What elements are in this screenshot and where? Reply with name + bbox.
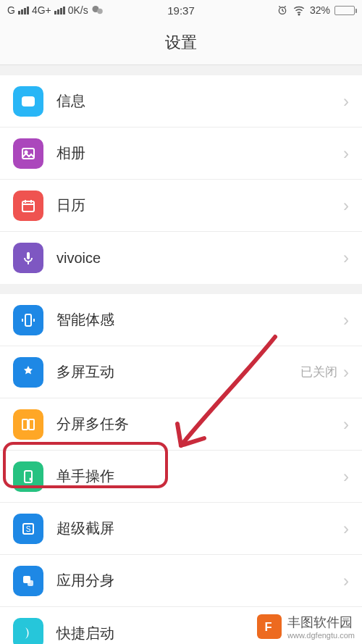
watermark-url: www.dgfengtu.com bbox=[287, 631, 355, 640]
item-messages[interactable]: 信息 › bbox=[0, 75, 362, 127]
item-onehand[interactable]: 单手操作 › bbox=[0, 451, 362, 503]
chevron-right-icon: › bbox=[343, 467, 349, 487]
chevron-right-icon: › bbox=[343, 362, 349, 382]
chevron-right-icon: › bbox=[343, 414, 349, 435]
net-speed: 0K/s bbox=[68, 4, 88, 16]
item-label: 信息 bbox=[56, 91, 343, 111]
status-right: 32% bbox=[277, 4, 355, 17]
battery-percent: 32% bbox=[310, 4, 330, 16]
item-label: vivoice bbox=[56, 250, 343, 267]
splitscreen-icon bbox=[13, 409, 43, 440]
item-screenshot[interactable]: S 超级截屏 › bbox=[0, 503, 362, 555]
svg-rect-4 bbox=[22, 96, 35, 106]
message-icon bbox=[13, 86, 43, 117]
watermark: F 丰图软件园 www.dgfengtu.com bbox=[250, 609, 362, 644]
settings-group-2: 智能体感 › 多屏互动 已关闭 › 分屏多任务 › 单手操作 › S 超级截屏 … bbox=[0, 294, 362, 644]
chevron-right-icon: › bbox=[343, 91, 349, 112]
item-multiscreen[interactable]: 多屏互动 已关闭 › bbox=[0, 346, 362, 398]
chevron-right-icon: › bbox=[343, 571, 349, 591]
page-header: 设置 bbox=[0, 20, 362, 65]
gallery-icon bbox=[13, 138, 43, 169]
item-splitscreen[interactable]: 分屏多任务 › bbox=[0, 398, 362, 451]
item-label: 分屏多任务 bbox=[56, 414, 343, 434]
svg-text:S: S bbox=[26, 525, 31, 533]
item-value: 已关闭 bbox=[300, 364, 337, 380]
svg-point-3 bbox=[298, 14, 300, 15]
item-label: 单手操作 bbox=[56, 467, 343, 486]
multiscreen-icon bbox=[13, 357, 43, 388]
quickstart-icon bbox=[13, 618, 43, 644]
section-gap bbox=[0, 65, 362, 75]
voice-icon bbox=[13, 243, 43, 273]
settings-group-1: 信息 › 相册 › 日历 › vivoice › bbox=[0, 75, 362, 284]
section-gap bbox=[0, 284, 362, 294]
chevron-right-icon: › bbox=[343, 196, 349, 216]
status-bar: G 4G+ 0K/s 19:37 32% bbox=[0, 0, 362, 20]
chevron-right-icon: › bbox=[343, 248, 349, 268]
svg-rect-16 bbox=[28, 580, 33, 586]
item-label: 相册 bbox=[56, 143, 343, 163]
item-label: 智能体感 bbox=[56, 310, 343, 330]
chevron-right-icon: › bbox=[343, 310, 349, 330]
item-label: 超级截屏 bbox=[56, 519, 343, 538]
wechat-icon bbox=[91, 4, 104, 17]
battery-icon bbox=[334, 6, 355, 15]
item-label: 多屏互动 bbox=[56, 362, 300, 382]
svg-rect-9 bbox=[25, 314, 31, 326]
item-calendar[interactable]: 日历 › bbox=[0, 180, 362, 232]
chevron-right-icon: › bbox=[343, 143, 349, 164]
svg-rect-7 bbox=[22, 201, 34, 212]
watermark-logo-icon: F bbox=[257, 614, 282, 639]
status-time: 19:37 bbox=[167, 4, 195, 17]
watermark-title: 丰图软件园 bbox=[287, 615, 353, 630]
svg-point-1 bbox=[97, 9, 103, 14]
item-smart-sense[interactable]: 智能体感 › bbox=[0, 294, 362, 346]
signal-icon-2 bbox=[54, 7, 65, 14]
item-vivoice[interactable]: vivoice › bbox=[0, 232, 362, 284]
item-appclone[interactable]: 应用分身 › bbox=[0, 555, 362, 607]
wifi-icon bbox=[292, 4, 306, 17]
status-left: G 4G+ 0K/s bbox=[7, 4, 104, 17]
network-type: 4G+ bbox=[32, 4, 51, 16]
svg-rect-12 bbox=[25, 471, 32, 482]
signal-icon bbox=[18, 7, 29, 14]
svg-rect-10 bbox=[22, 419, 28, 430]
page-title: 设置 bbox=[165, 32, 197, 54]
calendar-icon bbox=[13, 191, 43, 221]
onehand-icon bbox=[13, 461, 43, 492]
svg-rect-8 bbox=[27, 252, 30, 259]
item-label: 日历 bbox=[56, 196, 343, 215]
smart-sense-icon bbox=[13, 305, 43, 335]
svg-rect-11 bbox=[29, 419, 34, 430]
alarm-icon bbox=[277, 4, 288, 16]
appclone-icon bbox=[13, 566, 43, 596]
chevron-right-icon: › bbox=[343, 519, 349, 539]
screenshot-icon: S bbox=[13, 514, 43, 544]
carrier-prefix: G bbox=[7, 4, 15, 16]
item-gallery[interactable]: 相册 › bbox=[0, 127, 362, 180]
svg-rect-5 bbox=[22, 149, 34, 159]
svg-text:F: F bbox=[265, 620, 272, 633]
item-label: 应用分身 bbox=[56, 571, 343, 590]
